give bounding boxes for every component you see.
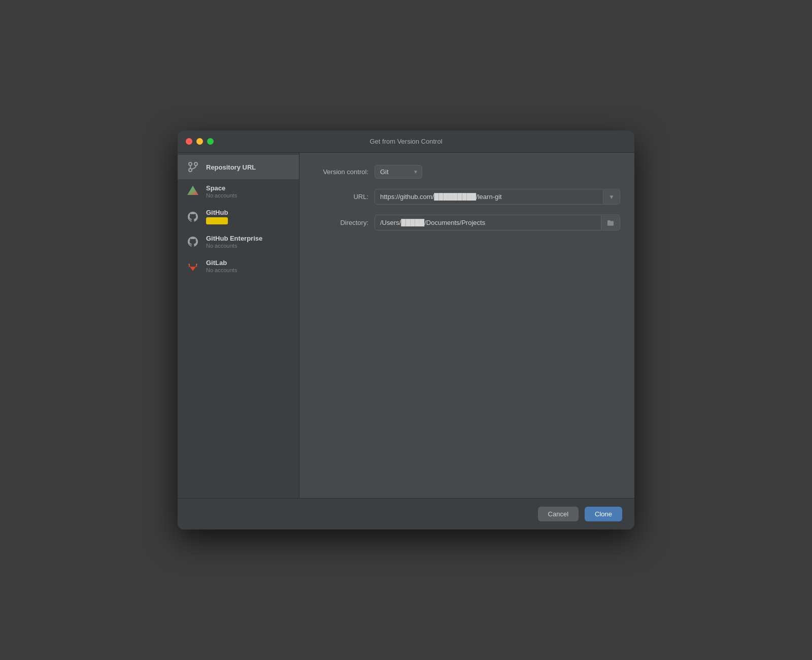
sidebar-item-github-enterprise[interactable]: GitHub Enterprise No accounts: [178, 229, 299, 254]
sidebar-item-github-enterprise-text: GitHub Enterprise No accounts: [206, 235, 262, 249]
sidebar-item-gitlab-subtitle: No accounts: [206, 267, 237, 273]
sidebar-item-repository-url-title: Repository URL: [206, 163, 256, 171]
version-control-control: Git Mercurial ▼: [375, 165, 620, 179]
directory-input[interactable]: [375, 215, 601, 230]
directory-label: Directory:: [314, 219, 375, 226]
dialog: Get from Version Control Repository URL: [178, 130, 634, 530]
sidebar-item-space-text: Space No accounts: [206, 184, 237, 199]
maximize-button[interactable]: [207, 138, 214, 145]
sidebar-item-github-account: [206, 217, 228, 224]
cancel-button[interactable]: Cancel: [538, 507, 579, 521]
sidebar-item-space-title: Space: [206, 184, 237, 192]
github-enterprise-icon: [186, 235, 200, 249]
sidebar-item-repository-url-text: Repository URL: [206, 163, 256, 171]
directory-row: Directory:: [314, 215, 620, 230]
url-label: URL:: [314, 193, 375, 201]
url-dropdown-button[interactable]: ▼: [603, 190, 620, 204]
sidebar-item-space-subtitle: No accounts: [206, 192, 237, 199]
svg-rect-5: [607, 222, 614, 225]
clone-button[interactable]: Clone: [585, 507, 622, 521]
sidebar-item-gitlab[interactable]: GitLab No accounts: [178, 254, 299, 278]
version-control-select-wrapper: Git Mercurial ▼: [375, 165, 422, 179]
traffic-lights: [186, 138, 214, 145]
url-input[interactable]: [375, 189, 603, 204]
svg-point-1: [189, 169, 192, 172]
content: Repository URL: [178, 153, 634, 498]
svg-point-0: [189, 162, 192, 166]
version-control-row: Version control: Git Mercurial ▼: [314, 165, 620, 179]
sidebar-item-github-text: GitHub: [206, 209, 228, 224]
main-panel: Version control: Git Mercurial ▼ URL:: [299, 153, 634, 498]
url-row: URL: ▼: [314, 189, 620, 205]
svg-point-2: [194, 162, 197, 166]
browse-button[interactable]: [601, 216, 620, 230]
version-control-select[interactable]: Git Mercurial: [375, 165, 422, 179]
url-control: ▼: [375, 189, 620, 205]
sidebar-item-gitlab-text: GitLab No accounts: [206, 259, 237, 273]
sidebar-item-github-title: GitHub: [206, 209, 228, 216]
gitlab-icon: [186, 259, 200, 273]
sidebar: Repository URL: [178, 153, 299, 498]
minimize-button[interactable]: [196, 138, 203, 145]
directory-control: [375, 215, 620, 230]
vcs-icon: [186, 160, 200, 174]
footer: Cancel Clone: [178, 498, 634, 530]
sidebar-item-github-enterprise-title: GitHub Enterprise: [206, 235, 262, 242]
sidebar-item-github[interactable]: GitHub: [178, 204, 299, 229]
close-button[interactable]: [186, 138, 192, 145]
space-icon: [186, 184, 200, 199]
url-input-wrapper: ▼: [375, 189, 620, 205]
svg-marker-4: [187, 186, 198, 195]
sidebar-item-repository-url[interactable]: Repository URL: [178, 155, 299, 179]
sidebar-item-github-enterprise-subtitle: No accounts: [206, 243, 262, 249]
version-control-label: Version control:: [314, 168, 375, 176]
github-icon: [186, 210, 200, 224]
sidebar-item-gitlab-title: GitLab: [206, 259, 237, 267]
titlebar: Get from Version Control: [178, 130, 634, 153]
sidebar-item-space[interactable]: Space No accounts: [178, 179, 299, 204]
dialog-title: Get from Version Control: [369, 138, 442, 145]
directory-input-wrapper: [375, 215, 620, 230]
